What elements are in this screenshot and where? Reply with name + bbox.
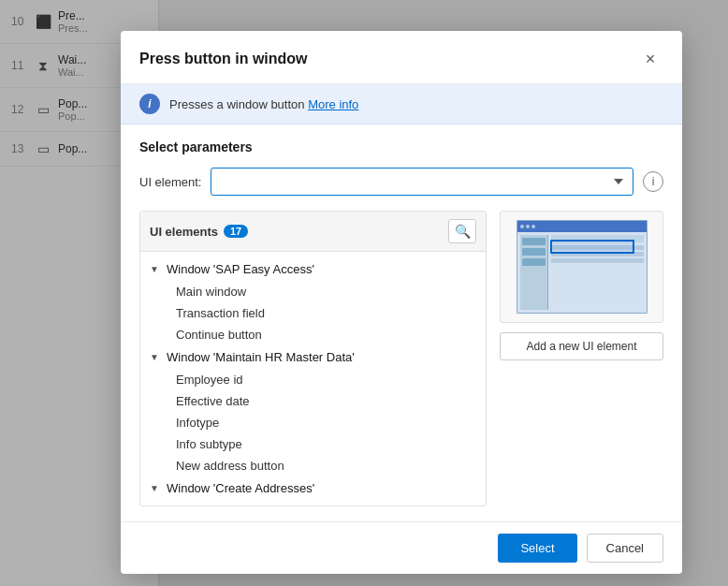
modal-body: Select parameters UI element: i UI eleme… — [121, 125, 682, 521]
add-ui-element-button[interactable]: Add a new UI element — [500, 332, 663, 360]
section-title: Select parameters — [139, 139, 663, 154]
right-panel: Add a new UI element — [500, 211, 663, 506]
titlebar-dot — [531, 225, 535, 228]
tree-group-sap-easy-access[interactable]: ▼ Window 'SAP Easy Access' — [140, 257, 486, 281]
info-text: Presses a window button More info — [169, 97, 358, 111]
tree-list: ▼ Window 'SAP Easy Access' Main window T… — [140, 252, 486, 505]
titlebar-dot — [520, 225, 524, 228]
tree-item-employee-id[interactable]: Employee id — [140, 369, 486, 390]
info-icon: i — [139, 94, 160, 114]
sap-window-preview — [517, 220, 648, 314]
sap-row — [551, 258, 644, 263]
modal-footer: Select Cancel — [121, 521, 682, 574]
sap-highlight-indicator — [550, 240, 634, 254]
tree-group-label: Window 'SAP Easy Access' — [167, 262, 314, 276]
tree-item-continue-button[interactable]: Continue button — [140, 324, 486, 345]
tree-item-transaction-field[interactable]: Transaction field — [140, 302, 486, 324]
more-info-link[interactable]: More info — [308, 97, 358, 111]
tree-group-label: Window 'Maintain HR Master Data' — [167, 350, 355, 364]
info-circle-label: i — [652, 175, 655, 188]
content-area: UI elements 17 🔍 ▼ Window 'SAP Easy Acce… — [139, 211, 663, 506]
chevron-down-icon: ▼ — [150, 352, 163, 362]
ui-elements-badge: 17 — [224, 225, 248, 238]
chevron-down-icon: ▼ — [150, 264, 163, 274]
chevron-down-icon: ▼ — [150, 483, 163, 493]
search-button[interactable]: 🔍 — [448, 219, 476, 243]
ui-elements-header: UI elements 17 🔍 — [140, 212, 486, 252]
tree-group-label: Window 'Create Addresses' — [167, 481, 314, 495]
info-message: Presses a window button — [169, 97, 305, 111]
sidebar-item — [522, 248, 546, 256]
close-button[interactable]: × — [637, 46, 663, 72]
search-icon: 🔍 — [455, 224, 471, 239]
tree-item-new-address-button[interactable]: New address button — [140, 455, 486, 476]
modal-header: Press button in window × — [121, 31, 682, 84]
sap-titlebar — [517, 221, 647, 232]
sap-sidebar — [520, 235, 548, 310]
ui-element-row: UI element: i — [139, 168, 663, 196]
tree-item-info-subtype[interactable]: Info subtype — [140, 433, 486, 455]
modal-dialog: Press button in window × i Presses a win… — [121, 31, 682, 574]
select-button[interactable]: Select — [498, 534, 576, 563]
modal-overlay: Press button in window × i Presses a win… — [0, 0, 728, 586]
tree-group-create-addresses[interactable]: ▼ Window 'Create Addresses' — [140, 476, 486, 500]
cancel-button[interactable]: Cancel — [587, 534, 663, 563]
modal-title: Press button in window — [139, 51, 308, 67]
tree-item-main-window[interactable]: Main window — [140, 281, 486, 302]
sidebar-item — [522, 258, 546, 266]
tree-item-street[interactable]: Street — [140, 500, 486, 505]
info-circle-button[interactable]: i — [643, 171, 663, 192]
ui-element-select[interactable] — [211, 168, 633, 196]
ui-element-label: UI element: — [139, 175, 201, 189]
titlebar-dot — [526, 225, 530, 228]
tree-item-effective-date[interactable]: Effective date — [140, 390, 486, 412]
left-panel: UI elements 17 🔍 ▼ Window 'SAP Easy Acce… — [139, 211, 487, 506]
info-banner: i Presses a window button More info — [121, 84, 682, 125]
ui-elements-tab-label: UI elements — [150, 225, 218, 239]
tree-item-infotype[interactable]: Infotype — [140, 412, 486, 433]
sidebar-item — [522, 238, 546, 245]
tree-group-maintain-hr[interactable]: ▼ Window 'Maintain HR Master Data' — [140, 345, 486, 369]
ui-element-preview — [500, 211, 663, 323]
